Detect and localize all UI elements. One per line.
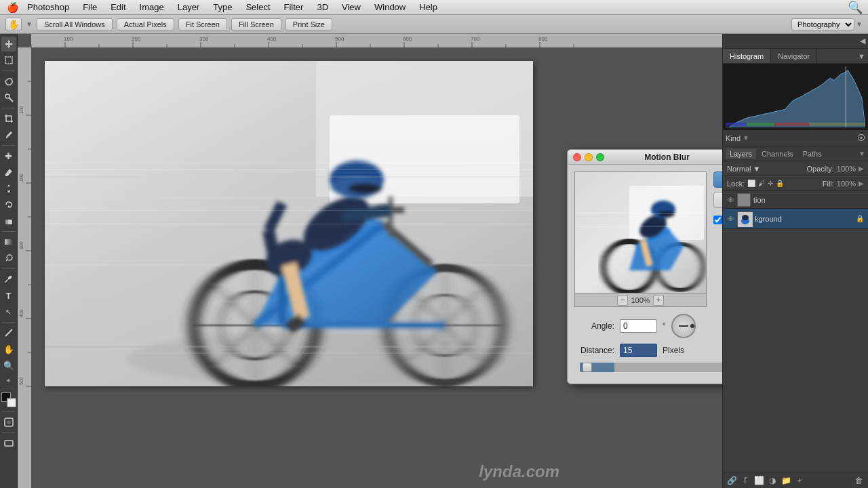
pen-tool[interactable] [1, 272, 16, 287]
background-color[interactable] [7, 398, 16, 407]
preview-checkbox[interactable] [713, 216, 722, 224]
tool-divider-3 [2, 145, 16, 146]
screen-mode-tool[interactable] [1, 436, 16, 451]
quick-mask-tool[interactable] [1, 415, 16, 430]
menu-edit[interactable]: Edit [105, 1, 131, 14]
layers-tab-active[interactable]: Layers [726, 148, 756, 159]
menu-type[interactable]: Type [208, 1, 237, 14]
menu-view[interactable]: View [336, 1, 366, 14]
lock-image-icon[interactable]: 🖌 [758, 180, 765, 187]
eyedropper-tool[interactable] [1, 127, 16, 142]
layers-tabs-row: Layers Channels Paths ▼ [723, 146, 868, 161]
zoom-in-button[interactable]: + [653, 295, 664, 306]
new-adjustment-layer-button[interactable]: ◑ [766, 474, 778, 487]
actual-pixels-button[interactable]: Actual Pixels [117, 18, 174, 30]
svg-line-8 [6, 260, 7, 261]
type-tool[interactable]: T [1, 288, 16, 303]
menu-filter[interactable]: Filter [279, 1, 309, 14]
new-group-button[interactable]: 📁 [780, 474, 792, 487]
move-tool[interactable] [1, 37, 16, 52]
menu-file[interactable]: File [77, 1, 102, 14]
print-size-button[interactable]: Print Size [285, 18, 332, 30]
paths-tab[interactable]: Paths [799, 148, 826, 159]
clone-stamp-tool[interactable] [1, 181, 16, 196]
dialog-maximize-button[interactable] [596, 153, 604, 161]
dialog-minimize-button[interactable] [585, 153, 593, 161]
svg-rect-99 [45, 352, 533, 354]
filter-dropdown[interactable]: ▼ [743, 134, 749, 142]
cancel-button[interactable]: Cancel [713, 192, 722, 208]
opacity-arrow-icon[interactable]: ▶ [859, 165, 864, 172]
dialog-close-button[interactable] [573, 153, 581, 161]
distance-input[interactable]: 15 [620, 344, 657, 357]
fill-label: Fill: [823, 180, 834, 188]
marquee-tool[interactable] [1, 53, 16, 68]
lock-all-icon[interactable]: 🔒 [776, 180, 784, 187]
background-layer-item[interactable]: 👁 kground 🔒 [723, 209, 868, 229]
svg-text:200: 200 [132, 36, 141, 42]
foreground-background-colors[interactable] [1, 392, 16, 407]
apple-menu[interactable]: 🍎 [5, 2, 19, 13]
navigator-tab[interactable]: Navigator [771, 49, 817, 63]
workspace-dropdown[interactable]: Photography Essentials Design Motion Pai… [791, 18, 854, 30]
background-layer-eye-icon[interactable]: 👁 [727, 215, 734, 223]
distance-slider[interactable] [580, 363, 722, 372]
angle-input[interactable]: 0 [620, 319, 657, 333]
channels-tab[interactable]: Channels [757, 148, 797, 159]
line-tool[interactable] [1, 325, 16, 340]
histogram-tab[interactable]: Histogram [723, 49, 771, 63]
menu-image[interactable]: Image [134, 1, 170, 14]
lasso-tool[interactable] [1, 74, 16, 89]
degree-symbol: ° [663, 321, 666, 331]
tool-dropdown-arrow[interactable]: ▼ [26, 20, 33, 28]
svg-point-7 [7, 255, 12, 260]
zoom-out-button[interactable]: − [617, 295, 628, 306]
history-brush-tool[interactable] [1, 197, 16, 212]
hand-tool-icon[interactable]: ✋ [5, 18, 22, 31]
fill-value[interactable]: 100% [837, 180, 856, 188]
opacity-value[interactable]: 100% [837, 165, 856, 173]
panel-collapse-icon[interactable]: ◀ [860, 37, 865, 45]
menu-photoshop[interactable]: Photoshop [22, 1, 75, 14]
histogram-menu-icon[interactable]: ▼ [858, 52, 865, 60]
search-icon[interactable]: 🔍 [848, 0, 863, 15]
svg-text:100: 100 [64, 36, 73, 42]
filter-toggle[interactable]: ⦿ [857, 134, 865, 143]
brush-tool[interactable] [1, 165, 16, 180]
spot-healing-tool[interactable]: ✚ [1, 148, 16, 163]
fill-arrow-icon[interactable]: ▶ [859, 180, 864, 187]
menu-layer[interactable]: Layer [172, 1, 205, 14]
crop-tool[interactable] [1, 111, 16, 126]
delete-layer-button[interactable]: 🗑 [853, 474, 865, 487]
angle-dial[interactable] [671, 314, 696, 338]
layer-style-button[interactable]: f [739, 474, 751, 487]
lock-transparent-icon[interactable]: ⬜ [747, 180, 755, 187]
fill-screen-button[interactable]: Fill Screen [231, 18, 281, 30]
zoom-detail[interactable]: ⊕ [1, 375, 16, 385]
svg-text:500: 500 [335, 36, 344, 42]
menu-3d[interactable]: 3D [311, 1, 334, 14]
svg-rect-114 [747, 123, 774, 126]
dodge-tool[interactable] [1, 251, 16, 266]
fit-screen-button[interactable]: Fit Screen [178, 18, 227, 30]
hand-tool[interactable]: ✋ [1, 342, 16, 357]
background-layer-name: kground [755, 215, 782, 223]
gradient-tool[interactable] [1, 235, 16, 249]
svg-rect-116 [810, 123, 865, 126]
layer-mask-button[interactable]: ⬜ [753, 474, 765, 487]
layers-panel-menu-icon[interactable]: ▼ [859, 150, 865, 157]
menu-window[interactable]: Window [369, 1, 411, 14]
blend-mode-selector[interactable]: Normal ▼ [727, 165, 760, 173]
magic-wand-tool[interactable] [1, 90, 16, 105]
scroll-all-windows-button[interactable]: Scroll All Windows [37, 18, 113, 30]
eraser-tool[interactable] [1, 214, 16, 228]
layer-link-button[interactable]: 🔗 [726, 474, 738, 487]
layer-eye-icon[interactable]: 👁 [727, 196, 734, 204]
ok-button[interactable]: OK [713, 171, 722, 188]
menu-help[interactable]: Help [414, 1, 443, 14]
menu-select[interactable]: Select [240, 1, 275, 14]
path-selection-tool[interactable]: ↖ [1, 304, 16, 319]
new-layer-button[interactable]: + [793, 474, 806, 487]
lock-position-icon[interactable]: ✛ [768, 180, 773, 187]
zoom-tool[interactable]: 🔍 [1, 358, 16, 373]
